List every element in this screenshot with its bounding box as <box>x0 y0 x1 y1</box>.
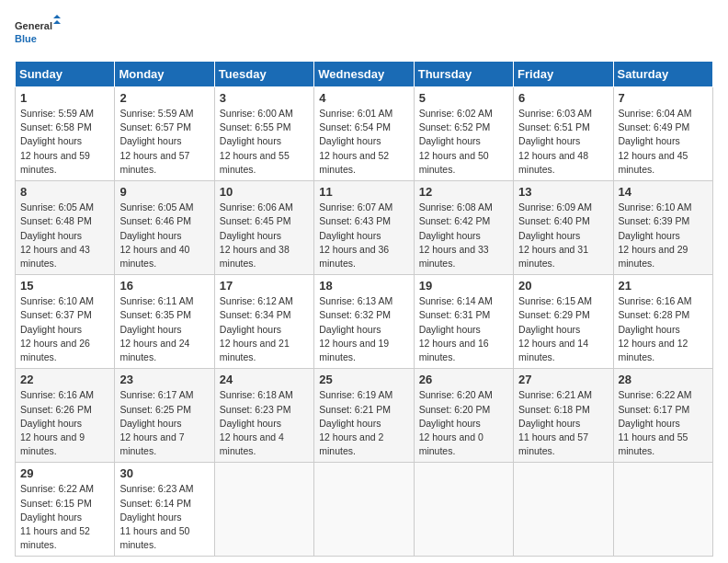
day-detail: Sunrise: 6:16 AM Sunset: 6:28 PM Dayligh… <box>619 294 708 364</box>
day-number: 29 <box>20 466 109 480</box>
calendar-table: SundayMondayTuesdayWednesdayThursdayFrid… <box>15 61 713 557</box>
calendar-week-row-2: 8 Sunrise: 6:05 AM Sunset: 6:48 PM Dayli… <box>16 181 713 275</box>
day-detail: Sunrise: 6:19 AM Sunset: 6:21 PM Dayligh… <box>319 388 408 458</box>
calendar-cell: 29 Sunrise: 6:22 AM Sunset: 6:15 PM Dayl… <box>16 463 115 557</box>
calendar-cell: 1 Sunrise: 5:59 AM Sunset: 6:58 PM Dayli… <box>16 87 115 181</box>
calendar-cell: 12 Sunrise: 6:08 AM Sunset: 6:42 PM Dayl… <box>414 181 513 275</box>
calendar-cell: 30 Sunrise: 6:23 AM Sunset: 6:14 PM Dayl… <box>115 463 214 557</box>
day-number: 27 <box>518 373 608 386</box>
day-detail: Sunrise: 6:12 AM Sunset: 6:34 PM Dayligh… <box>220 294 309 364</box>
day-detail: Sunrise: 6:21 AM Sunset: 6:18 PM Dayligh… <box>518 388 608 458</box>
day-detail: Sunrise: 6:20 AM Sunset: 6:20 PM Dayligh… <box>419 388 508 458</box>
day-detail: Sunrise: 6:04 AM Sunset: 6:49 PM Dayligh… <box>619 107 708 177</box>
day-number: 8 <box>20 185 109 199</box>
day-detail: Sunrise: 6:17 AM Sunset: 6:25 PM Dayligh… <box>119 388 209 458</box>
calendar-cell: 11 Sunrise: 6:07 AM Sunset: 6:43 PM Dayl… <box>314 181 414 275</box>
calendar-cell: 5 Sunrise: 6:02 AM Sunset: 6:52 PM Dayli… <box>414 87 513 181</box>
calendar-cell: 20 Sunrise: 6:15 AM Sunset: 6:29 PM Dayl… <box>514 275 613 369</box>
calendar-cell: 7 Sunrise: 6:04 AM Sunset: 6:49 PM Dayli… <box>613 87 712 181</box>
logo: General Blue <box>15 15 61 52</box>
calendar-cell: 18 Sunrise: 6:13 AM Sunset: 6:32 PM Dayl… <box>314 275 414 369</box>
day-number: 13 <box>518 185 608 199</box>
day-number: 26 <box>419 373 508 386</box>
calendar-week-row-5: 29 Sunrise: 6:22 AM Sunset: 6:15 PM Dayl… <box>16 463 713 557</box>
day-number: 25 <box>319 373 408 386</box>
day-detail: Sunrise: 5:59 AM Sunset: 6:57 PM Dayligh… <box>119 107 209 177</box>
calendar-cell <box>613 463 712 557</box>
calendar-cell: 23 Sunrise: 6:17 AM Sunset: 6:25 PM Dayl… <box>115 369 214 463</box>
day-number: 16 <box>119 279 209 293</box>
day-detail: Sunrise: 6:02 AM Sunset: 6:52 PM Dayligh… <box>419 107 508 177</box>
calendar-cell: 15 Sunrise: 6:10 AM Sunset: 6:37 PM Dayl… <box>16 275 115 369</box>
calendar-week-row-3: 15 Sunrise: 6:10 AM Sunset: 6:37 PM Dayl… <box>16 275 713 369</box>
calendar-cell: 25 Sunrise: 6:19 AM Sunset: 6:21 PM Dayl… <box>314 369 414 463</box>
day-number: 18 <box>319 279 408 293</box>
calendar-cell: 26 Sunrise: 6:20 AM Sunset: 6:20 PM Dayl… <box>414 369 513 463</box>
calendar-cell: 2 Sunrise: 5:59 AM Sunset: 6:57 PM Dayli… <box>115 87 214 181</box>
day-number: 28 <box>619 373 708 386</box>
day-number: 7 <box>619 91 708 105</box>
day-detail: Sunrise: 5:59 AM Sunset: 6:58 PM Dayligh… <box>20 107 109 177</box>
day-number: 21 <box>619 279 708 293</box>
day-detail: Sunrise: 6:06 AM Sunset: 6:45 PM Dayligh… <box>220 201 309 270</box>
day-number: 24 <box>220 373 309 386</box>
day-number: 4 <box>319 91 408 105</box>
general-blue-logo: General Blue <box>15 15 61 52</box>
day-number: 5 <box>419 91 508 105</box>
calendar-week-row-1: 1 Sunrise: 5:59 AM Sunset: 6:58 PM Dayli… <box>16 87 713 181</box>
col-header-tuesday: Tuesday <box>214 62 313 87</box>
day-number: 23 <box>119 373 209 386</box>
calendar-cell: 17 Sunrise: 6:12 AM Sunset: 6:34 PM Dayl… <box>214 275 313 369</box>
svg-marker-3 <box>53 20 61 24</box>
calendar-cell: 19 Sunrise: 6:14 AM Sunset: 6:31 PM Dayl… <box>414 275 513 369</box>
calendar-cell: 22 Sunrise: 6:16 AM Sunset: 6:26 PM Dayl… <box>16 369 115 463</box>
day-detail: Sunrise: 6:23 AM Sunset: 6:14 PM Dayligh… <box>119 482 209 552</box>
day-detail: Sunrise: 6:10 AM Sunset: 6:37 PM Dayligh… <box>20 294 109 364</box>
col-header-sunday: Sunday <box>16 62 115 87</box>
page-header: General Blue <box>15 15 713 52</box>
calendar-cell <box>214 463 313 557</box>
day-number: 22 <box>20 373 109 386</box>
calendar-cell: 14 Sunrise: 6:10 AM Sunset: 6:39 PM Dayl… <box>613 181 712 275</box>
col-header-wednesday: Wednesday <box>314 62 414 87</box>
svg-text:Blue: Blue <box>15 33 37 44</box>
day-number: 9 <box>119 185 209 199</box>
svg-text:General: General <box>15 20 52 31</box>
day-number: 11 <box>319 185 408 199</box>
day-detail: Sunrise: 6:15 AM Sunset: 6:29 PM Dayligh… <box>518 294 608 364</box>
day-detail: Sunrise: 6:05 AM Sunset: 6:46 PM Dayligh… <box>119 201 209 270</box>
day-detail: Sunrise: 6:13 AM Sunset: 6:32 PM Dayligh… <box>319 294 408 364</box>
calendar-cell <box>414 463 513 557</box>
col-header-friday: Friday <box>514 62 613 87</box>
day-detail: Sunrise: 6:18 AM Sunset: 6:23 PM Dayligh… <box>220 388 309 458</box>
day-number: 10 <box>220 185 309 199</box>
calendar-week-row-4: 22 Sunrise: 6:16 AM Sunset: 6:26 PM Dayl… <box>16 369 713 463</box>
day-detail: Sunrise: 6:11 AM Sunset: 6:35 PM Dayligh… <box>119 294 209 364</box>
day-number: 15 <box>20 279 109 293</box>
col-header-saturday: Saturday <box>613 62 712 87</box>
calendar-cell <box>314 463 414 557</box>
day-detail: Sunrise: 6:16 AM Sunset: 6:26 PM Dayligh… <box>20 388 109 458</box>
calendar-cell: 24 Sunrise: 6:18 AM Sunset: 6:23 PM Dayl… <box>214 369 313 463</box>
day-number: 2 <box>119 91 209 105</box>
calendar-cell: 6 Sunrise: 6:03 AM Sunset: 6:51 PM Dayli… <box>514 87 613 181</box>
day-number: 17 <box>220 279 309 293</box>
day-number: 14 <box>619 185 708 199</box>
calendar-cell: 21 Sunrise: 6:16 AM Sunset: 6:28 PM Dayl… <box>613 275 712 369</box>
day-detail: Sunrise: 6:22 AM Sunset: 6:17 PM Dayligh… <box>619 388 708 458</box>
day-detail: Sunrise: 6:08 AM Sunset: 6:42 PM Dayligh… <box>419 201 508 270</box>
day-number: 19 <box>419 279 508 293</box>
day-detail: Sunrise: 6:07 AM Sunset: 6:43 PM Dayligh… <box>319 201 408 270</box>
calendar-cell: 3 Sunrise: 6:00 AM Sunset: 6:55 PM Dayli… <box>214 87 313 181</box>
day-number: 30 <box>119 466 209 480</box>
day-number: 1 <box>20 91 109 105</box>
day-number: 6 <box>518 91 608 105</box>
col-header-thursday: Thursday <box>414 62 513 87</box>
day-detail: Sunrise: 6:00 AM Sunset: 6:55 PM Dayligh… <box>220 107 309 177</box>
calendar-cell: 10 Sunrise: 6:06 AM Sunset: 6:45 PM Dayl… <box>214 181 313 275</box>
svg-marker-2 <box>53 15 61 18</box>
day-detail: Sunrise: 6:09 AM Sunset: 6:40 PM Dayligh… <box>518 201 608 270</box>
day-detail: Sunrise: 6:01 AM Sunset: 6:54 PM Dayligh… <box>319 107 408 177</box>
calendar-cell: 9 Sunrise: 6:05 AM Sunset: 6:46 PM Dayli… <box>115 181 214 275</box>
day-detail: Sunrise: 6:03 AM Sunset: 6:51 PM Dayligh… <box>518 107 608 177</box>
